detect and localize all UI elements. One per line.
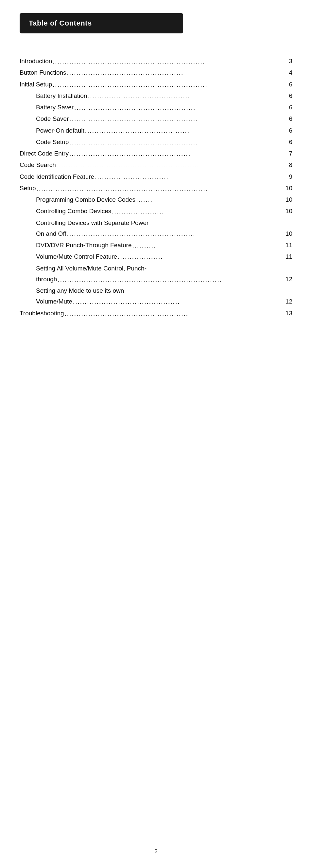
toc-dots: ........................................…	[69, 148, 289, 159]
toc-title: Table of Contents	[29, 19, 92, 27]
toc-label-cont: through	[36, 274, 57, 284]
toc-label: DVD/DVR Punch-Through Feature	[36, 240, 132, 250]
toc-label: Setting All Volume/Mute Control, Punch-	[36, 263, 146, 274]
toc-label: Battery Installation	[36, 90, 87, 101]
toc-dots: ........................................…	[72, 296, 285, 307]
toc-label: Setup	[20, 183, 36, 193]
toc-entry: Code Setup..............................…	[20, 136, 292, 147]
toc-dots: .......	[135, 194, 285, 205]
toc-label: Programming Combo Device Codes	[36, 194, 135, 205]
toc-label: Code Search	[20, 159, 56, 170]
toc-page: 8	[289, 159, 292, 170]
toc-entry-multiline: Setting All Volume/Mute Control, Punch-t…	[20, 263, 292, 285]
toc-label-cont: Volume/Mute	[36, 296, 72, 307]
toc-dots: ........................................…	[64, 308, 285, 319]
toc-dots: ........................................…	[87, 91, 289, 101]
toc-header: Table of Contents	[20, 13, 183, 33]
toc-page: 3	[289, 56, 292, 66]
toc-page: 10	[285, 206, 292, 216]
toc-label: Controlling Combo Devices	[36, 206, 111, 216]
toc-entry: Battery Saver...........................…	[20, 102, 292, 113]
toc-page: 10	[285, 228, 292, 239]
toc-page: 13	[285, 308, 292, 318]
toc-page: 6	[289, 102, 292, 113]
toc-page: 6	[289, 136, 292, 147]
toc-page: 7	[289, 148, 292, 159]
toc-entry-multiline: Controlling Devices with Separate PowerO…	[20, 217, 292, 239]
toc-dots: ........................................…	[69, 137, 289, 148]
toc-entry: Code Saver..............................…	[20, 113, 292, 124]
toc-entry: Power-On default........................…	[20, 125, 292, 136]
toc-dots: ........................................…	[36, 183, 285, 194]
toc-dots: ...............................	[94, 172, 289, 182]
toc-label: Introduction	[20, 56, 52, 66]
toc-entry: Troubleshooting.........................…	[20, 308, 292, 318]
toc-entry: Initial Setup...........................…	[20, 79, 292, 90]
toc-page: 11	[285, 240, 292, 250]
toc-page: 6	[289, 113, 292, 124]
toc-label: Code Saver	[36, 113, 69, 124]
toc-page: 12	[285, 296, 292, 307]
toc-dots: ........................................…	[74, 102, 289, 113]
toc-dots: ........................................…	[52, 79, 289, 90]
toc-page: 12	[285, 274, 292, 284]
toc-label: Troubleshooting	[20, 308, 64, 318]
toc-content: Introduction............................…	[20, 56, 292, 318]
toc-entry: Code Search.............................…	[20, 159, 292, 170]
toc-page: 6	[289, 125, 292, 136]
toc-label: Direct Code Entry	[20, 148, 69, 159]
toc-dots: ........................................…	[57, 274, 285, 285]
toc-dots: ........................................…	[69, 114, 289, 124]
toc-page: 10	[285, 183, 292, 193]
toc-label: Controlling Devices with Separate Power	[36, 217, 148, 228]
toc-dots: ......................	[111, 206, 285, 217]
toc-entry-multiline: Setting any Mode to use its ownVolume/Mu…	[20, 285, 292, 307]
toc-entry: Button Functions........................…	[20, 67, 292, 78]
toc-page: 4	[289, 67, 292, 78]
toc-label: Code Identification Feature	[20, 171, 94, 182]
toc-label-cont: On and Off	[36, 228, 66, 239]
toc-page: 10	[285, 194, 292, 205]
toc-entry: Introduction............................…	[20, 56, 292, 66]
toc-dots: ...................	[117, 251, 285, 262]
toc-page: 11	[285, 251, 292, 262]
toc-page: 6	[289, 79, 292, 90]
toc-entry: Controlling Combo Devices...............…	[20, 206, 292, 216]
toc-dots: ........................................…	[52, 56, 289, 67]
toc-dots: ........................................…	[66, 228, 285, 239]
toc-dots: ..........	[132, 240, 285, 251]
toc-entry: Code Identification Feature.............…	[20, 171, 292, 182]
toc-entry: Programming Combo Device Codes.......10	[20, 194, 292, 205]
toc-page: 6	[289, 90, 292, 101]
toc-page: 9	[289, 171, 292, 182]
page-number: 2	[154, 848, 158, 855]
toc-entry: Volume/Mute Control Feature.............…	[20, 251, 292, 262]
toc-label: Power-On default	[36, 125, 84, 136]
toc-entry: DVD/DVR Punch-Through Feature..........1…	[20, 240, 292, 250]
page-container: Table of Contents Introduction..........…	[0, 0, 312, 868]
toc-dots: ........................................…	[66, 67, 289, 78]
toc-dots: ........................................…	[56, 160, 289, 170]
toc-entry: Setup...................................…	[20, 183, 292, 193]
toc-entry: Direct Code Entry.......................…	[20, 148, 292, 159]
toc-label: Battery Saver	[36, 102, 74, 113]
toc-entry: Battery Installation....................…	[20, 90, 292, 101]
toc-label: Initial Setup	[20, 79, 52, 90]
toc-label: Setting any Mode to use its own	[36, 285, 124, 296]
toc-label: Button Functions	[20, 67, 66, 78]
toc-label: Code Setup	[36, 136, 69, 147]
toc-label: Volume/Mute Control Feature	[36, 251, 117, 262]
toc-dots: ........................................…	[84, 125, 289, 136]
